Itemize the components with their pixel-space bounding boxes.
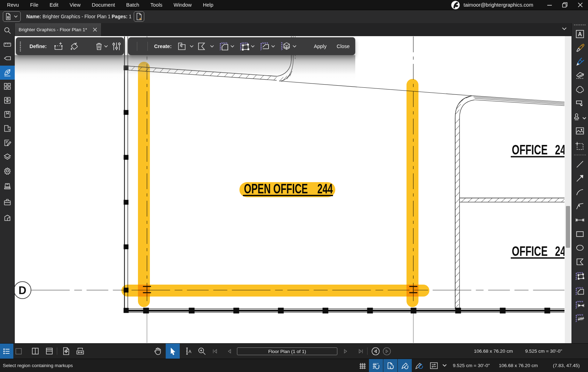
studio-icon[interactable]	[0, 211, 15, 225]
measure-polygon-icon[interactable]	[259, 41, 270, 52]
pan-icon[interactable]	[151, 344, 164, 359]
detach-page-icon[interactable]	[60, 344, 72, 359]
stamp-icon[interactable]	[572, 111, 588, 124]
canvas-scrollbar-thumb[interactable]	[566, 206, 570, 248]
minimize-icon[interactable]	[542, 0, 557, 10]
tool-library-icon[interactable]	[0, 179, 15, 193]
highlight-vertical-right[interactable]	[407, 79, 418, 307]
split-vertical-icon[interactable]	[29, 344, 41, 359]
menu-edit[interactable]: Edit	[49, 2, 58, 8]
menu-view[interactable]: View	[70, 2, 80, 8]
define-space-icon[interactable]	[53, 42, 64, 51]
menu-batch[interactable]: Batch	[126, 2, 139, 8]
settings-gear-icon[interactable]	[0, 164, 15, 178]
measure-rectangle-chevron-icon[interactable]	[251, 45, 255, 48]
eraser-icon[interactable]	[572, 69, 588, 82]
previous-view-icon[interactable]	[370, 344, 381, 359]
close-icon[interactable]	[573, 0, 588, 10]
sketch-length-icon[interactable]	[572, 298, 588, 311]
callout-icon[interactable]	[572, 97, 588, 110]
ruler-icon[interactable]	[0, 38, 15, 52]
previous-page-icon[interactable]	[225, 344, 234, 359]
measure-polygon-chevron-icon[interactable]	[271, 45, 275, 48]
toolbar-grip[interactable]	[574, 24, 586, 26]
space-icon[interactable]	[177, 42, 187, 51]
rectangle-icon[interactable]	[572, 227, 588, 241]
drawing-canvas[interactable]: D OPEN OFFICE 244 OFFICE 24 OFFICE 24	[15, 36, 572, 343]
markup-list-toggle-icon[interactable]	[0, 344, 13, 359]
text-box-icon[interactable]: A	[572, 27, 588, 41]
ellipse-icon[interactable]	[572, 241, 588, 254]
polyline-icon[interactable]	[572, 200, 588, 213]
highlight-horizontal[interactable]	[121, 285, 429, 297]
status-page-size[interactable]: 106.68 x 76.20 cm	[499, 359, 538, 372]
canvas-scrollbar[interactable]	[565, 36, 572, 343]
account-email[interactable]: taimoor@brightergraphics.com	[464, 2, 533, 8]
markup-pen-icon[interactable]	[0, 66, 15, 80]
image-icon[interactable]	[572, 124, 588, 138]
first-page-icon[interactable]	[210, 344, 220, 359]
reuse-markup-icon[interactable]	[412, 359, 426, 372]
tab-close-icon[interactable]	[92, 27, 98, 33]
back-icon[interactable]	[0, 51, 15, 65]
status-scale[interactable]: 9.525 cm = 30'-0"	[453, 359, 490, 372]
layers-icon[interactable]	[0, 150, 15, 164]
sync-views-icon[interactable]	[427, 359, 441, 372]
sketch-polygon-icon[interactable]	[572, 284, 588, 298]
adjust-sliders-icon[interactable]	[112, 41, 121, 51]
menu-file[interactable]: File	[30, 2, 38, 8]
cloud-icon[interactable]	[572, 83, 588, 96]
next-page-icon[interactable]	[341, 344, 350, 359]
sketch-rectangle-icon[interactable]	[572, 269, 588, 283]
spaces-icon[interactable]	[0, 121, 15, 135]
snapshot-icon[interactable]	[572, 140, 588, 153]
polygon-flag-icon[interactable]	[197, 42, 206, 51]
apply-button[interactable]: Apply	[314, 44, 326, 49]
toolbar-drag-handle[interactable]	[19, 41, 21, 52]
thumbnails-icon[interactable]	[0, 79, 15, 93]
measure-area-icon[interactable]	[219, 41, 229, 52]
file-access-icon[interactable]	[0, 93, 15, 107]
space-chevron-icon[interactable]	[190, 45, 194, 48]
tab-list-chevron-icon[interactable]	[562, 27, 567, 31]
bookmarks-icon[interactable]	[0, 107, 15, 121]
menu-help[interactable]: Help	[203, 2, 213, 8]
sketch-hatch-icon[interactable]	[572, 311, 588, 325]
menu-revu[interactable]: Revu	[7, 2, 19, 8]
new-page-button[interactable]	[134, 11, 144, 22]
restore-icon[interactable]	[557, 0, 573, 10]
menu-document[interactable]: Document	[92, 2, 115, 8]
single-pane-icon[interactable]	[13, 344, 24, 359]
dimension-icon[interactable]	[572, 213, 588, 227]
snap-to-grid-icon[interactable]	[369, 359, 383, 372]
highlight-open-office[interactable]	[239, 182, 335, 197]
measure-area-chevron-icon[interactable]	[230, 45, 234, 48]
zoom-icon[interactable]	[195, 344, 209, 359]
page-indicator[interactable]: Floor Plan (1 of 1)	[237, 347, 337, 355]
grid-icon[interactable]	[356, 359, 370, 372]
measure-rectangle-icon[interactable]	[239, 41, 250, 52]
measure-volume-icon[interactable]	[280, 41, 291, 52]
snap-to-markup-icon[interactable]	[398, 359, 412, 372]
snap-to-content-icon[interactable]	[383, 359, 397, 372]
select-text-icon[interactable]: A	[182, 344, 194, 359]
apply-paint-icon[interactable]	[68, 41, 79, 51]
menu-tools[interactable]: Tools	[151, 2, 163, 8]
delete-chevron-icon[interactable]	[104, 45, 108, 48]
arc-icon[interactable]	[572, 186, 588, 199]
toolbox-icon[interactable]	[0, 195, 15, 209]
line-icon[interactable]	[572, 158, 588, 171]
markup-list-icon[interactable]	[0, 136, 15, 150]
pen-icon[interactable]	[572, 55, 588, 68]
arrow-icon[interactable]	[572, 172, 588, 185]
polygon-flag-chevron-icon[interactable]	[210, 45, 214, 48]
highlighter-icon[interactable]	[572, 41, 588, 55]
delete-icon[interactable]	[94, 42, 104, 51]
tab-floor-plan[interactable]: Brighter Graphics - Floor Plan 1*	[15, 23, 101, 36]
chevron-down-icon[interactable]	[440, 359, 449, 372]
next-view-icon[interactable]	[381, 344, 392, 359]
last-page-icon[interactable]	[355, 344, 366, 359]
split-horizontal-icon[interactable]	[44, 344, 55, 359]
select-icon[interactable]	[166, 344, 180, 359]
menu-window[interactable]: Window	[173, 2, 192, 8]
